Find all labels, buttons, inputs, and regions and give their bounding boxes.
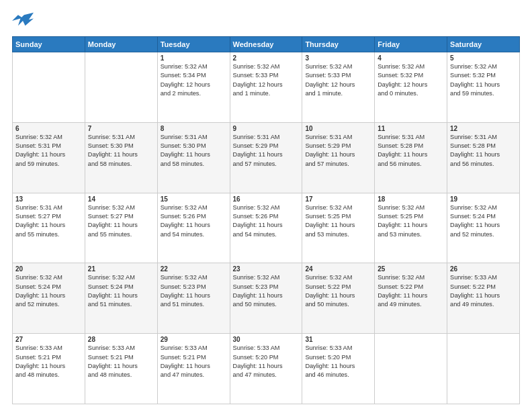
day-info: Sunrise: 5:31 AM Sunset: 5:27 PM Dayligh…: [15, 203, 82, 239]
day-info: Sunrise: 5:33 AM Sunset: 5:21 PM Dayligh…: [15, 344, 82, 379]
calendar-week-5: 27Sunrise: 5:33 AM Sunset: 5:21 PM Dayli…: [13, 334, 520, 404]
day-info: Sunrise: 5:31 AM Sunset: 5:30 PM Dayligh…: [161, 133, 227, 169]
calendar-header-row: SundayMondayTuesdayWednesdayThursdayFrid…: [13, 37, 520, 52]
day-number: 23: [233, 265, 300, 273]
day-info: Sunrise: 5:32 AM Sunset: 5:33 PM Dayligh…: [305, 62, 371, 98]
day-info: Sunrise: 5:32 AM Sunset: 5:24 PM Dayligh…: [450, 203, 517, 239]
calendar-cell: 24Sunrise: 5:32 AM Sunset: 5:22 PM Dayli…: [302, 263, 375, 334]
day-info: Sunrise: 5:32 AM Sunset: 5:23 PM Dayligh…: [233, 273, 300, 309]
calendar-cell: 2Sunrise: 5:32 AM Sunset: 5:33 PM Daylig…: [230, 52, 302, 123]
calendar-cell: 5Sunrise: 5:32 AM Sunset: 5:32 PM Daylig…: [447, 52, 520, 123]
calendar-cell: 23Sunrise: 5:32 AM Sunset: 5:23 PM Dayli…: [230, 263, 302, 334]
day-info: Sunrise: 5:31 AM Sunset: 5:28 PM Dayligh…: [450, 133, 517, 169]
day-info: Sunrise: 5:32 AM Sunset: 5:31 PM Dayligh…: [15, 133, 82, 169]
day-info: Sunrise: 5:32 AM Sunset: 5:34 PM Dayligh…: [161, 62, 227, 98]
calendar-cell: 20Sunrise: 5:32 AM Sunset: 5:24 PM Dayli…: [13, 263, 85, 334]
day-info: Sunrise: 5:33 AM Sunset: 5:21 PM Dayligh…: [88, 344, 154, 379]
day-info: Sunrise: 5:32 AM Sunset: 5:27 PM Dayligh…: [88, 203, 154, 239]
day-number: 22: [161, 265, 227, 273]
calendar-week-4: 20Sunrise: 5:32 AM Sunset: 5:24 PM Dayli…: [13, 263, 520, 334]
calendar-cell: 3Sunrise: 5:32 AM Sunset: 5:33 PM Daylig…: [302, 52, 375, 123]
day-number: 27: [15, 336, 82, 343]
day-info: Sunrise: 5:31 AM Sunset: 5:28 PM Dayligh…: [378, 133, 444, 169]
calendar-cell: 25Sunrise: 5:32 AM Sunset: 5:22 PM Dayli…: [375, 263, 447, 334]
day-info: Sunrise: 5:33 AM Sunset: 5:20 PM Dayligh…: [233, 344, 300, 379]
day-number: 17: [305, 195, 371, 203]
calendar-cell: 7Sunrise: 5:31 AM Sunset: 5:30 PM Daylig…: [85, 122, 157, 193]
calendar-cell: 22Sunrise: 5:32 AM Sunset: 5:23 PM Dayli…: [157, 263, 230, 334]
day-info: Sunrise: 5:32 AM Sunset: 5:32 PM Dayligh…: [378, 62, 444, 98]
day-info: Sunrise: 5:32 AM Sunset: 5:22 PM Dayligh…: [305, 273, 371, 309]
calendar-cell: 17Sunrise: 5:32 AM Sunset: 5:25 PM Dayli…: [302, 193, 375, 263]
calendar-header-monday: Monday: [85, 37, 157, 52]
day-info: Sunrise: 5:32 AM Sunset: 5:23 PM Dayligh…: [161, 273, 227, 309]
day-number: 19: [450, 195, 517, 203]
day-number: 5: [450, 54, 517, 62]
day-info: Sunrise: 5:32 AM Sunset: 5:24 PM Dayligh…: [88, 273, 154, 309]
day-number: 18: [378, 195, 444, 203]
calendar-cell: 16Sunrise: 5:32 AM Sunset: 5:26 PM Dayli…: [230, 193, 302, 263]
calendar-cell: 10Sunrise: 5:31 AM Sunset: 5:29 PM Dayli…: [302, 122, 375, 193]
day-info: Sunrise: 5:32 AM Sunset: 5:25 PM Dayligh…: [305, 203, 371, 239]
day-number: 24: [305, 265, 371, 273]
calendar-cell: 6Sunrise: 5:32 AM Sunset: 5:31 PM Daylig…: [13, 122, 85, 193]
day-info: Sunrise: 5:33 AM Sunset: 5:22 PM Dayligh…: [450, 273, 517, 309]
day-number: 31: [305, 336, 371, 343]
day-number: 29: [161, 336, 227, 343]
day-number: 10: [305, 125, 371, 132]
calendar-cell: 31Sunrise: 5:33 AM Sunset: 5:20 PM Dayli…: [302, 334, 375, 404]
day-info: Sunrise: 5:32 AM Sunset: 5:26 PM Dayligh…: [233, 203, 300, 239]
day-number: 4: [378, 54, 444, 62]
calendar-cell: [375, 334, 447, 404]
calendar-cell: 13Sunrise: 5:31 AM Sunset: 5:27 PM Dayli…: [13, 193, 85, 263]
calendar-cell: 4Sunrise: 5:32 AM Sunset: 5:32 PM Daylig…: [375, 52, 447, 123]
day-number: 6: [15, 125, 82, 132]
day-info: Sunrise: 5:31 AM Sunset: 5:29 PM Dayligh…: [305, 133, 371, 169]
calendar-header-thursday: Thursday: [302, 37, 375, 52]
calendar-cell: 1Sunrise: 5:32 AM Sunset: 5:34 PM Daylig…: [157, 52, 230, 123]
calendar-cell: 30Sunrise: 5:33 AM Sunset: 5:20 PM Dayli…: [230, 334, 302, 404]
header: [12, 12, 520, 31]
day-number: 28: [88, 336, 154, 343]
calendar-cell: 11Sunrise: 5:31 AM Sunset: 5:28 PM Dayli…: [375, 122, 447, 193]
day-info: Sunrise: 5:31 AM Sunset: 5:29 PM Dayligh…: [233, 133, 300, 169]
day-number: 21: [88, 265, 154, 273]
calendar-cell: 18Sunrise: 5:32 AM Sunset: 5:25 PM Dayli…: [375, 193, 447, 263]
day-number: 13: [15, 195, 82, 203]
day-info: Sunrise: 5:32 AM Sunset: 5:33 PM Dayligh…: [233, 62, 300, 98]
calendar-header-saturday: Saturday: [447, 37, 520, 52]
calendar-header-wednesday: Wednesday: [230, 37, 302, 52]
day-number: 8: [161, 125, 227, 132]
day-info: Sunrise: 5:33 AM Sunset: 5:20 PM Dayligh…: [305, 344, 371, 379]
day-number: 20: [15, 265, 82, 273]
day-info: Sunrise: 5:32 AM Sunset: 5:26 PM Dayligh…: [161, 203, 227, 239]
calendar-cell: 21Sunrise: 5:32 AM Sunset: 5:24 PM Dayli…: [85, 263, 157, 334]
day-info: Sunrise: 5:32 AM Sunset: 5:32 PM Dayligh…: [450, 62, 517, 98]
calendar-cell: 8Sunrise: 5:31 AM Sunset: 5:30 PM Daylig…: [157, 122, 230, 193]
calendar-header-tuesday: Tuesday: [157, 37, 230, 52]
day-info: Sunrise: 5:32 AM Sunset: 5:22 PM Dayligh…: [378, 273, 444, 309]
calendar-cell: 27Sunrise: 5:33 AM Sunset: 5:21 PM Dayli…: [13, 334, 85, 404]
calendar-week-3: 13Sunrise: 5:31 AM Sunset: 5:27 PM Dayli…: [13, 193, 520, 263]
day-number: 9: [233, 125, 300, 132]
day-number: 11: [378, 125, 444, 132]
calendar-cell: 26Sunrise: 5:33 AM Sunset: 5:22 PM Dayli…: [447, 263, 520, 334]
day-number: 2: [233, 54, 300, 62]
day-info: Sunrise: 5:32 AM Sunset: 5:25 PM Dayligh…: [378, 203, 444, 239]
logo: [12, 12, 36, 31]
day-number: 12: [450, 125, 517, 132]
calendar-cell: 9Sunrise: 5:31 AM Sunset: 5:29 PM Daylig…: [230, 122, 302, 193]
day-info: Sunrise: 5:33 AM Sunset: 5:21 PM Dayligh…: [161, 344, 227, 379]
calendar-header-friday: Friday: [375, 37, 447, 52]
day-number: 3: [305, 54, 371, 62]
calendar-week-2: 6Sunrise: 5:32 AM Sunset: 5:31 PM Daylig…: [13, 122, 520, 193]
day-number: 30: [233, 336, 300, 343]
calendar-cell: [13, 52, 85, 123]
day-info: Sunrise: 5:31 AM Sunset: 5:30 PM Dayligh…: [88, 133, 154, 169]
day-info: Sunrise: 5:32 AM Sunset: 5:24 PM Dayligh…: [15, 273, 82, 309]
day-number: 16: [233, 195, 300, 203]
day-number: 14: [88, 195, 154, 203]
day-number: 7: [88, 125, 154, 132]
day-number: 26: [450, 265, 517, 273]
day-number: 1: [161, 54, 227, 62]
